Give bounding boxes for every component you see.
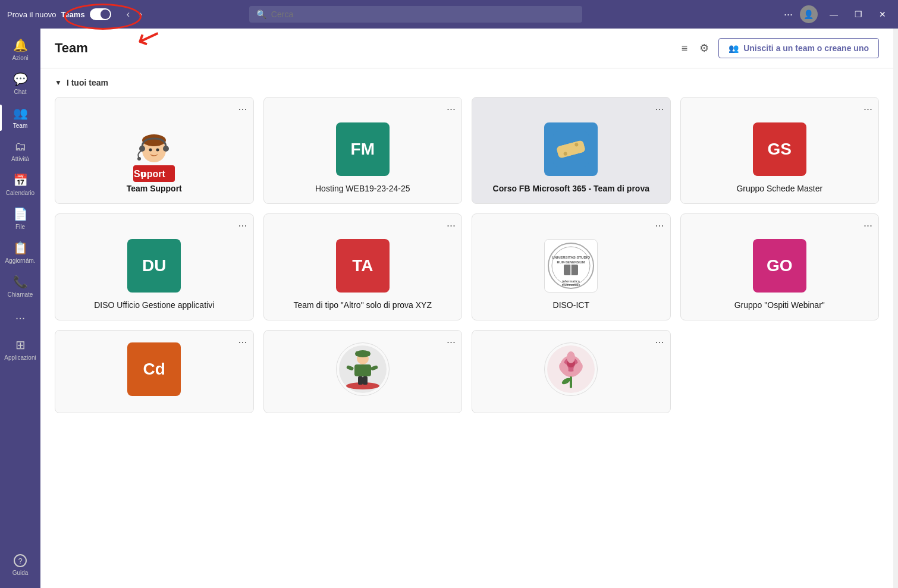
filter-icon: ≡ [682,42,688,54]
team-card-menu-rose[interactable]: ··· [655,337,664,347]
team-name-corso: Corso FB Microsoft 365 - Team di prova [493,183,649,194]
team-card-menu-support[interactable]: ··· [238,103,247,114]
team-card-menu-gruppo-ospiti[interactable]: ··· [864,220,872,231]
activity-icon: 🗂 [14,140,26,153]
bell-icon: 🔔 [13,38,28,52]
team-card-cd[interactable]: ··· Cd [55,330,254,413]
content-header: Team ≡ ⚙ 👥 Unisciti a un team o creane u… [40,29,893,68]
svg-point-9 [156,148,159,151]
sidebar-bottom: ? Guida [10,549,31,588]
sidebar-item-calendario[interactable]: 📅 Calendario [0,168,40,201]
file-icon: 📄 [13,207,28,221]
team-name-diso-ict: DISO-ICT [553,300,589,310]
team-card-gruppo-schede[interactable]: ··· GS Gruppo Schede Master [680,97,880,204]
teams-grid-row3: ··· Cd ··· [55,330,879,413]
minimize-button[interactable]: — [825,7,843,21]
team-card-gruppo-ospiti[interactable]: ··· GO Gruppo "Ospiti Webinar" [680,213,880,320]
team-card-corso[interactable]: ··· Corso FB Microsoft 365 - Team di pr [472,97,671,204]
settings-button[interactable]: ⚙ [697,39,711,57]
nav-arrows: ‹ › [123,7,146,22]
team-name-diso-ufficio: DISO Ufficio Gestione applicativi [94,300,214,310]
search-bar: 🔍 [249,6,582,23]
updates-icon: 📋 [13,241,28,255]
apps-icon: ⊞ [15,338,26,352]
sidebar-item-aggiornamenti[interactable]: 📋 Aggiornám. [0,236,40,269]
team-logo-diso-ufficio: DU [127,239,181,293]
team-card-support[interactable]: ··· pport Su [55,97,254,204]
team-logo-corso [544,122,598,176]
sidebar: 🔔 Azioni 💬 Chat 👥 Team 🗂 Attività 📅 Cale… [0,29,40,588]
prova-text: Prova il nuovo [7,10,56,19]
team-card-menu-snowboard[interactable]: ··· [447,337,456,347]
calendar-icon: 📅 [13,173,28,187]
team-card-menu-diso-ufficio[interactable]: ··· [238,220,247,231]
rose-svg [547,345,595,393]
team-logo-gruppo-ospiti: GO [753,239,806,293]
team-name-hosting: Hosting WEB19-23-24-25 [315,183,410,194]
team-logo-diso-ict: UNIVERSITAS·STUDIO RUM·SENENSIUM informa… [544,239,598,293]
sidebar-item-team[interactable]: 👥 Team [0,101,40,134]
svg-point-8 [149,148,152,151]
maximize-button[interactable]: ❐ [850,7,867,21]
close-button[interactable]: ✕ [874,7,891,21]
sidebar-item-chat[interactable]: 💬 Chat [0,67,40,100]
page-title: Team [55,40,672,56]
team-name-gruppo-ospiti: Gruppo "Ospiti Webinar" [734,300,825,310]
team-logo-team-altro: TA [336,239,390,293]
sidebar-item-applicazioni[interactable]: ⊞ Applicazioni [0,333,40,366]
team-card-diso-ufficio[interactable]: ··· DU DISO Ufficio Gestione applicativi [55,213,254,320]
team-card-menu-cd[interactable]: ··· [238,337,247,347]
seal-svg: UNIVERSITAS·STUDIO RUM·SENENSIUM informa… [547,242,595,290]
forward-button[interactable]: › [136,7,146,22]
teams-grid-row2: ··· DU DISO Ufficio Gestione applicativi… [55,213,879,320]
chevron-down-icon: ▼ [55,78,62,87]
team-card-snowboard[interactable]: ··· [263,330,463,413]
avatar[interactable]: 👤 [800,5,818,23]
more-options-button[interactable]: ··· [784,8,793,21]
content-area: Team ≡ ⚙ 👥 Unisciti a un team o creane u… [40,29,893,588]
scrollbar[interactable] [893,29,898,588]
svg-rect-32 [363,376,368,385]
team-logo-support: pport Su [124,130,184,183]
svg-rect-40 [570,376,572,388]
svg-rect-26 [356,351,370,356]
svg-point-7 [137,157,141,161]
back-button[interactable]: ‹ [123,7,133,22]
svg-point-6 [163,146,169,152]
new-teams-toggle[interactable] [90,8,111,20]
join-team-button[interactable]: 👥 Unisciti a un team o creane uno [718,38,879,58]
team-card-menu-team-altro[interactable]: ··· [447,220,456,231]
team-card-menu-hosting[interactable]: ··· [447,103,456,114]
sidebar-item-azioni[interactable]: 🔔 Azioni [0,33,40,66]
team-card-menu-gruppo-schede[interactable]: ··· [864,103,872,114]
filter-button[interactable]: ≡ [679,40,690,57]
support-svg: pport Su [124,130,184,183]
team-logo-gruppo-schede: GS [753,122,806,176]
team-logo-rose [544,342,598,396]
titlebar: Prova il nuovo Teams ↙ ‹ › 🔍 ··· 👤 — ❐ ✕ [0,0,898,29]
sidebar-item-chiamate[interactable]: 📞 Chiamate [0,270,40,303]
team-card-team-altro[interactable]: ··· TA Team di tipo "Altro" solo di prov… [263,213,463,320]
sidebar-item-guida[interactable]: ? Guida [10,549,31,581]
teams-toggle-label: Teams [61,10,84,19]
sidebar-item-file[interactable]: 📄 File [0,202,40,235]
svg-rect-27 [354,364,371,376]
svg-rect-31 [358,376,363,385]
team-logo-cd: Cd [127,342,181,396]
team-card-menu-corso[interactable]: ··· [655,103,664,114]
team-logo-hosting: FM [336,122,390,176]
phone-icon: 📞 [13,275,28,289]
sidebar-item-attivita[interactable]: 🗂 Attività [0,135,40,167]
team-card-diso-ict[interactable]: ··· UNIVERSITAS·STUDIO RUM·SENENSIUM inf… [472,213,671,320]
team-card-hosting[interactable]: ··· FM Hosting WEB19-23-24-25 [263,97,463,204]
team-icon: 👥 [13,106,28,120]
team-card-rose[interactable]: ··· [472,330,671,413]
snowboard-svg [339,345,387,393]
svg-text:Su: Su [134,169,146,179]
search-input[interactable] [271,10,575,19]
team-logo-snowboard [336,342,390,396]
svg-point-39 [567,351,575,363]
bandaid-svg [550,128,592,170]
team-card-menu-diso-ict[interactable]: ··· [655,220,664,231]
sidebar-more-button[interactable]: ··· [15,304,26,332]
